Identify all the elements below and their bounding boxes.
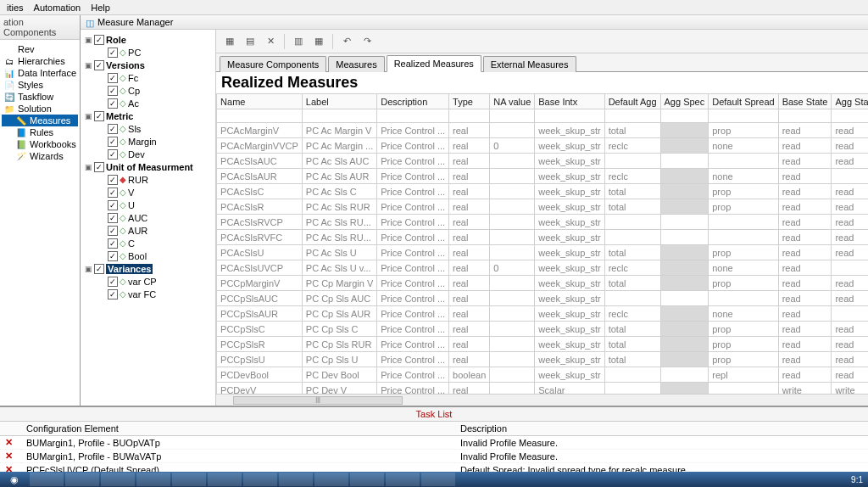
cell[interactable]: read [778, 215, 832, 230]
cell[interactable] [660, 245, 709, 260]
taskbar-item[interactable] [65, 473, 99, 486]
cell[interactable]: PCCpSlsR [217, 337, 303, 352]
task-desc-col[interactable]: Description [455, 422, 868, 436]
cell[interactable]: read [778, 352, 832, 367]
cell[interactable] [660, 383, 709, 395]
checkbox[interactable] [108, 277, 118, 287]
cell[interactable]: PCAcSlsAUR [217, 169, 303, 184]
scrollbar-thumb[interactable]: Ⅲ [233, 396, 403, 405]
column-header[interactable]: Default Spread [709, 94, 778, 109]
cell[interactable] [490, 276, 535, 291]
cell[interactable]: none [709, 260, 778, 276]
cell[interactable]: reclc [604, 306, 660, 322]
cell[interactable]: PCAcSlsU [217, 245, 303, 260]
cell[interactable] [660, 169, 709, 184]
cell[interactable]: PCAcSlsAUC [217, 154, 303, 169]
checkbox[interactable] [108, 238, 118, 249]
structure-tree[interactable]: ▣Role◇PC▣Versions◇Fc◇Cp◇Ac▣Metric◇Sls◇Ma… [81, 30, 216, 406]
cell[interactable] [832, 306, 868, 322]
cell[interactable]: PCCpMarginV [217, 276, 303, 291]
cell[interactable] [604, 291, 660, 306]
cell[interactable]: Price Control ... [377, 276, 449, 291]
filter-cell[interactable] [604, 109, 660, 123]
cell[interactable]: read [832, 245, 868, 260]
cell[interactable]: read [778, 154, 832, 169]
checkbox[interactable] [94, 162, 104, 172]
table-row[interactable]: PCDevBoolPC Dev BoolPrice Control ...boo… [217, 367, 868, 383]
checkbox[interactable] [108, 73, 118, 83]
filter-cell[interactable] [217, 109, 303, 123]
cell[interactable]: read [778, 367, 832, 383]
cell[interactable] [604, 383, 660, 395]
cell[interactable] [660, 138, 709, 154]
table-row[interactable]: PCCpMarginVPC Cp Margin VPrice Control .… [217, 276, 868, 291]
cell[interactable] [660, 352, 709, 367]
cell[interactable]: week_skup_str [535, 352, 604, 367]
structure-tree-item[interactable]: ▣Unit of Measurment [81, 160, 215, 173]
cell[interactable]: PCAcMarginV [217, 123, 303, 138]
cell[interactable]: read [832, 337, 868, 352]
cell[interactable] [709, 383, 778, 395]
table-row[interactable]: PCAcSlsRVCPPC Ac Sls RU...Price Control … [217, 215, 868, 230]
cell[interactable]: Price Control ... [377, 367, 449, 383]
cell[interactable]: Price Control ... [377, 169, 449, 184]
filter-cell[interactable] [709, 109, 778, 123]
grid-header-row[interactable]: NameLabelDescriptionTypeNA valueBase Int… [217, 94, 868, 109]
cell[interactable]: prop [709, 352, 778, 367]
cell[interactable]: write [832, 383, 868, 395]
task-elem-col[interactable]: Configuration Element [21, 422, 455, 436]
task-row[interactable]: ✕BUMargin1, Profile - BUWaVATpInvalid Pr… [0, 450, 868, 463]
cell[interactable]: read [832, 367, 868, 383]
column-header[interactable]: Label [302, 94, 376, 109]
cell[interactable]: read [832, 154, 868, 169]
cell[interactable]: week_skup_str [535, 276, 604, 291]
cell[interactable]: week_skup_str [535, 245, 604, 260]
table-row[interactable]: PCCpSlsRPC Cp Sls RURPrice Control ...re… [217, 337, 868, 352]
cell[interactable]: Price Control ... [377, 154, 449, 169]
structure-tree-item[interactable]: ◆RUR [81, 173, 215, 186]
cell[interactable]: week_skup_str [535, 215, 604, 230]
cell[interactable]: read [778, 245, 832, 260]
structure-tree-item[interactable]: ◇C [81, 237, 215, 249]
cell[interactable]: week_skup_str [535, 230, 604, 245]
table-row[interactable]: PCAcSlsUVCPPC Ac Sls U v...Price Control… [217, 260, 868, 276]
cell[interactable]: read [832, 230, 868, 245]
cell[interactable]: read [832, 291, 868, 306]
cell[interactable]: real [449, 184, 490, 199]
filter-cell[interactable] [535, 109, 604, 123]
checkbox[interactable] [94, 264, 104, 274]
cell[interactable]: real [449, 169, 490, 184]
filter-row[interactable] [217, 109, 868, 123]
cell[interactable]: Price Control ... [377, 383, 449, 395]
taskbar-item[interactable] [30, 473, 64, 486]
cell[interactable]: prop [709, 184, 778, 199]
nav-item[interactable]: Styles [2, 79, 78, 91]
cell[interactable] [709, 230, 778, 245]
cell[interactable] [660, 230, 709, 245]
cell[interactable]: PC Cp Sls AUR [302, 306, 376, 322]
cell[interactable]: total [604, 276, 660, 291]
cell[interactable]: read [832, 184, 868, 199]
cell[interactable]: PC Ac Sls AUR [302, 169, 376, 184]
cell[interactable]: week_skup_str [535, 199, 604, 215]
checkbox[interactable] [108, 124, 118, 134]
cell[interactable]: real [449, 322, 490, 337]
taskbar-item[interactable] [421, 473, 455, 486]
table-row[interactable]: PCAcSlsAURPC Ac Sls AURPrice Control ...… [217, 169, 868, 184]
horizontal-scrollbar[interactable]: Ⅲ [216, 394, 868, 406]
checkbox[interactable] [108, 251, 118, 261]
table-row[interactable]: PCAcSlsAUCPC Ac Sls AUCPrice Control ...… [217, 154, 868, 169]
cell[interactable]: read [778, 123, 832, 138]
cell[interactable]: reclc [604, 260, 660, 276]
cell[interactable]: week_skup_str [535, 260, 604, 276]
measures-grid[interactable]: NameLabelDescriptionTypeNA valueBase Int… [216, 93, 868, 394]
windows-taskbar[interactable]: 9:1 [0, 472, 868, 487]
expand-icon[interactable]: ▣ [84, 112, 92, 120]
cell[interactable] [832, 260, 868, 276]
cell[interactable]: week_skup_str [535, 367, 604, 383]
cell[interactable]: Price Control ... [377, 230, 449, 245]
cell[interactable]: PCAcSlsUVCP [217, 260, 303, 276]
taskbar-item[interactable] [208, 473, 242, 486]
filter-cell[interactable] [449, 109, 490, 123]
cell[interactable] [604, 154, 660, 169]
